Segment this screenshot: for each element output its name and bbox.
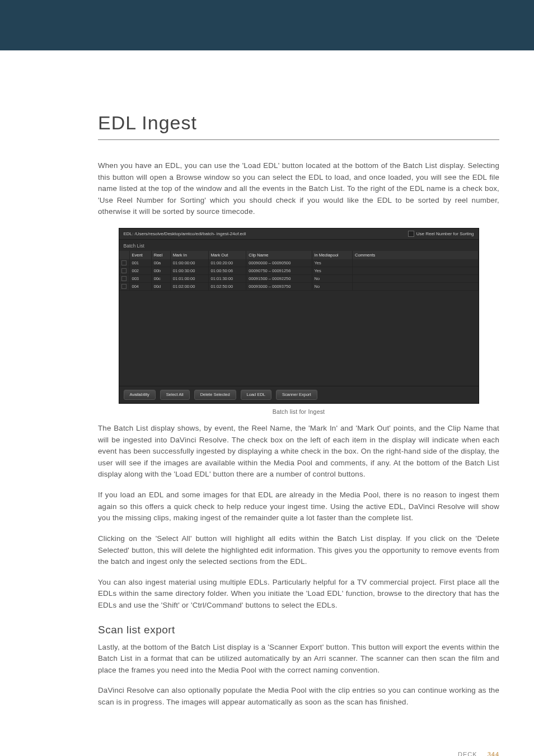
batch-list-topbar: EDL: /Users/resolve/Desktop/amtco/edl/ba…: [119, 228, 479, 240]
sort-checkbox-label: Use Reel Number for Sorting: [416, 231, 474, 236]
cell-mark-in: 01:00:00:00: [170, 259, 208, 267]
footer-page-number: 344: [488, 751, 499, 756]
page-title: EDL Ingest: [98, 112, 499, 134]
col-mark-in: Mark In: [170, 251, 208, 259]
col-in-mediapool: In Mediapool: [312, 251, 352, 259]
row-checkbox[interactable]: [121, 284, 127, 289]
paragraph-5: You can also ingest material using multi…: [98, 577, 499, 612]
table-row[interactable]: 001 00a 01:00:00:00 01:00:20:00 00090000…: [119, 259, 479, 267]
sort-checkbox-group[interactable]: Use Reel Number for Sorting: [408, 231, 474, 237]
cell-comments: [352, 267, 478, 275]
page-content: EDL Ingest When you have an EDL, you can…: [0, 50, 534, 734]
cell-event: 003: [129, 275, 151, 283]
table-header-row: Event Reel Mark In Mark Out Clip Name In…: [119, 251, 479, 259]
cell-mark-out: 01:00:50:06: [208, 267, 246, 275]
paragraph-4: Clicking on the 'Select All' button will…: [98, 533, 499, 568]
cell-event: 004: [129, 283, 151, 291]
batch-list-panel: EDL: /Users/resolve/Desktop/amtco/edl/ba…: [119, 228, 479, 404]
paragraph-3: If you load an EDL and some images for t…: [98, 489, 499, 524]
cell-clip-name: 00093000 – 00093750: [246, 283, 312, 291]
batch-list-button-row: Availability Select All Delete Selected …: [119, 386, 479, 403]
cell-mark-out: 01:01:30:00: [208, 275, 246, 283]
sort-checkbox[interactable]: [408, 231, 414, 237]
table-row[interactable]: 002 00b 01:00:30:00 01:00:50:06 00090750…: [119, 267, 479, 275]
cell-reel: 00d: [151, 283, 170, 291]
col-comments: Comments: [352, 251, 478, 259]
cell-mark-out: 01:00:20:00: [208, 259, 246, 267]
cell-event: 002: [129, 267, 151, 275]
cell-clip-name: 00091500 – 00092250: [246, 275, 312, 283]
cell-reel: 00c: [151, 275, 170, 283]
cell-clip-name: 00090000 – 00090500: [246, 259, 312, 267]
cell-reel: 00a: [151, 259, 170, 267]
row-checkbox[interactable]: [121, 260, 127, 265]
paragraph-2: The Batch List display shows, by event, …: [98, 423, 499, 480]
table-body: 001 00a 01:00:00:00 01:00:20:00 00090000…: [119, 259, 479, 291]
subheading-scan-list-export: Scan list export: [98, 624, 499, 636]
row-checkbox[interactable]: [121, 276, 127, 281]
load-edl-button[interactable]: Load EDL: [241, 390, 271, 400]
cell-mark-in: 01:00:30:00: [170, 267, 208, 275]
cell-mark-out: 01:02:50:00: [208, 283, 246, 291]
page-footer: DECK 344: [0, 734, 534, 756]
edl-path-label: EDL: /Users/resolve/Desktop/amtco/edl/ba…: [124, 231, 246, 236]
footer-section: DECK: [458, 751, 477, 756]
cell-pool: Yes: [312, 267, 352, 275]
cell-event: 001: [129, 259, 151, 267]
cell-comments: [352, 275, 478, 283]
col-mark-out: Mark Out: [208, 251, 246, 259]
cell-pool: Yes: [312, 259, 352, 267]
cell-mark-in: 01:01:00:00: [170, 275, 208, 283]
table-row[interactable]: 004 00d 01:02:00:00 01:02:50:00 00093000…: [119, 283, 479, 291]
cell-pool: No: [312, 275, 352, 283]
row-checkbox[interactable]: [121, 268, 127, 273]
screenshot-container: EDL: /Users/resolve/Desktop/amtco/edl/ba…: [98, 228, 499, 404]
cell-mark-in: 01:02:00:00: [170, 283, 208, 291]
cell-reel: 00b: [151, 267, 170, 275]
batch-list-empty-area: [119, 291, 479, 386]
cell-clip-name: 00090750 – 00091256: [246, 267, 312, 275]
paragraph-7: DaVinci Resolve can also optionally popu…: [98, 685, 499, 708]
select-all-button[interactable]: Select All: [160, 390, 190, 400]
figure-caption: Batch list for Ingest: [98, 408, 499, 415]
col-clip-name: Clip Name: [246, 251, 312, 259]
cell-comments: [352, 283, 478, 291]
title-rule: [98, 139, 499, 140]
cell-pool: No: [312, 283, 352, 291]
col-check: [119, 251, 130, 259]
paragraph-6: Lastly, at the bottom of the Batch List …: [98, 642, 499, 676]
scanner-export-button[interactable]: Scanner Export: [276, 390, 317, 400]
col-reel: Reel: [151, 251, 170, 259]
delete-selected-button[interactable]: Delete Selected: [194, 390, 236, 400]
availability-button[interactable]: Availability: [124, 390, 156, 400]
table-row[interactable]: 003 00c 01:01:00:00 01:01:30:00 00091500…: [119, 275, 479, 283]
cell-comments: [352, 259, 478, 267]
batch-list-title: Batch List: [119, 240, 479, 251]
batch-list-table: Event Reel Mark In Mark Out Clip Name In…: [119, 251, 479, 291]
col-event: Event: [129, 251, 151, 259]
paragraph-1: When you have an EDL, you can use the 'L…: [98, 160, 499, 218]
top-color-band: [0, 0, 534, 50]
